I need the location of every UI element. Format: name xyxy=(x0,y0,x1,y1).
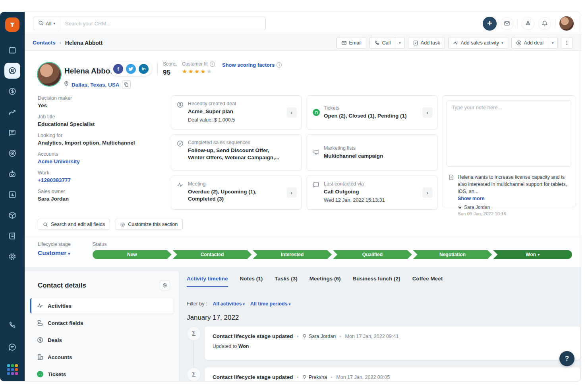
help-button[interactable]: ? xyxy=(559,351,574,366)
stage-won-dropdown[interactable]: Won▾ xyxy=(493,250,572,259)
details-menu-contact-fields[interactable]: Contact fields xyxy=(30,315,173,330)
sidebar-item-calendar[interactable] xyxy=(4,42,20,58)
panel-settings-gear-icon[interactable] xyxy=(160,280,170,290)
sidebar-item-analytics-trend[interactable] xyxy=(4,104,20,120)
info-icon[interactable]: i xyxy=(210,62,215,67)
search-scope-selector[interactable]: All ▾ xyxy=(33,17,60,30)
chevron-right-icon: › xyxy=(60,40,61,46)
tab-business-lunch[interactable]: Business lunch (2) xyxy=(353,276,400,287)
freshworks-logo-icon[interactable] xyxy=(5,17,19,32)
stage-new[interactable]: New xyxy=(93,250,172,259)
sidebar-item-contacts[interactable] xyxy=(4,63,20,79)
email-inbox-icon[interactable] xyxy=(501,17,513,30)
activity-pulse-icon xyxy=(37,303,43,309)
add-sales-activity-button[interactable]: Add sales activity ▾ xyxy=(448,37,508,49)
search-edit-fields-button[interactable]: Search and edit all fields xyxy=(38,219,110,230)
breadcrumb-contacts-link[interactable]: Contacts xyxy=(33,40,56,46)
recently-created-deal-card[interactable]: Recently created deal Acme_Super plan De… xyxy=(171,95,302,129)
customize-section-button[interactable]: Customize this section xyxy=(115,219,183,230)
chevron-right-icon[interactable]: › xyxy=(422,187,433,198)
contact-summary-section: Helena Abbott f in Score 95 ● Customer xyxy=(25,51,581,237)
copy-icon[interactable] xyxy=(122,80,131,89)
filter-activities-dropdown[interactable]: All activities▾ xyxy=(213,301,244,307)
tab-coffee-meet[interactable]: Coffee Meet xyxy=(412,276,443,287)
sidebar-item-target[interactable] xyxy=(4,145,20,161)
show-more-link[interactable]: Show more xyxy=(458,196,570,201)
quick-add-button[interactable]: + xyxy=(483,17,497,31)
call-dropdown-button[interactable]: ▾ xyxy=(395,37,405,49)
call-button[interactable]: Call xyxy=(369,37,396,49)
sidebar-item-products[interactable] xyxy=(4,207,20,223)
sidebar-item-phone[interactable] xyxy=(4,317,20,333)
chevron-right-icon[interactable]: › xyxy=(422,107,433,118)
location-pin-icon xyxy=(64,81,69,88)
stage-interested[interactable]: Interested xyxy=(253,250,332,259)
sidebar-item-settings[interactable] xyxy=(4,249,20,265)
status-stage-bar: New Contacted Interested Qualified Negot… xyxy=(93,250,572,259)
field-sales-owner: Sales owner Sara Jordan xyxy=(38,189,165,202)
bottom-section: Contact details Activities Contact field… xyxy=(25,267,581,381)
whats-new-rocket-icon[interactable] xyxy=(522,17,534,30)
facebook-icon[interactable]: f xyxy=(113,64,123,74)
linkedin-icon[interactable]: in xyxy=(139,64,149,74)
app-window: All ▾ + xyxy=(0,12,581,381)
completed-sequences-card[interactable]: Completed sales sequences Follow-up, Sen… xyxy=(171,134,302,171)
lifecycle-stage-dropdown[interactable]: Customer▾ xyxy=(38,249,70,257)
chevron-right-icon[interactable]: › xyxy=(286,187,297,198)
chevron-down-icon: ▾ xyxy=(68,251,70,256)
contact-location-link[interactable]: Dallas, Texas, USA xyxy=(72,82,120,88)
contact-avatar[interactable] xyxy=(38,63,61,86)
stage-negotiation[interactable]: Negotiation xyxy=(413,250,492,259)
details-menu-accounts[interactable]: Accounts xyxy=(30,350,173,365)
twitter-icon[interactable] xyxy=(126,64,136,74)
info-icon[interactable]: i xyxy=(277,62,282,68)
more-actions-button[interactable]: ⋮ xyxy=(561,37,573,49)
chevron-down-icon: ▾ xyxy=(538,253,540,257)
chevron-right-icon[interactable]: › xyxy=(286,107,297,118)
stage-value: Won xyxy=(238,344,249,349)
deal-dollar-icon xyxy=(37,337,43,343)
tickets-card[interactable]: Tickets Open (2), Closed (1), Pending (1… xyxy=(307,95,438,129)
stage-contacted[interactable]: Contacted xyxy=(173,250,252,259)
sidebar-item-reports[interactable] xyxy=(4,187,20,203)
email-button[interactable]: Email xyxy=(337,37,366,49)
search-input[interactable] xyxy=(60,21,265,27)
sidebar-item-bot[interactable] xyxy=(4,166,20,182)
chevron-down-icon: ▾ xyxy=(501,41,503,45)
show-scoring-factors-link[interactable]: Show scoring factors xyxy=(222,62,275,68)
global-search: All ▾ xyxy=(33,17,266,30)
last-contacted-card[interactable]: Last contacted via Call Outgoing Wed 12 … xyxy=(307,176,438,210)
ticket-icon xyxy=(313,109,320,116)
user-avatar[interactable] xyxy=(559,16,574,31)
contact-name: Helena Abbott xyxy=(64,67,115,75)
meeting-card[interactable]: Meeting Overdue (2), Upcoming (1), Compl… xyxy=(171,176,302,210)
megaphone-icon xyxy=(313,148,320,157)
tab-activity-timeline[interactable]: Activity timeline xyxy=(187,276,228,287)
timeline-entry[interactable]: Contact lifecycle stage updated ● Sara J… xyxy=(205,326,580,360)
deal-dollar-icon xyxy=(177,101,184,124)
add-deal-dropdown-button[interactable]: ▾ xyxy=(548,37,558,49)
notifications-bell-icon[interactable] xyxy=(538,17,551,30)
note-input[interactable] xyxy=(447,100,571,167)
timeline-entry[interactable]: Contact lifecycle stage updated ● Preksh… xyxy=(205,367,580,381)
sidebar-item-deals[interactable] xyxy=(4,83,20,99)
add-deal-button[interactable]: Add deal xyxy=(511,37,548,49)
tab-tasks[interactable]: Tasks (3) xyxy=(275,276,298,287)
apps-switcher-icon[interactable] xyxy=(4,361,20,377)
sidebar-item-chat-circle[interactable] xyxy=(4,339,20,355)
add-task-button[interactable]: Add task xyxy=(408,37,445,49)
breadcrumb-bar: Contacts › Helena Abbott Email Call ▾ xyxy=(25,35,581,51)
sidebar-item-conversations[interactable] xyxy=(4,125,20,141)
sidebar-item-documents[interactable] xyxy=(4,228,20,244)
work-phone-link[interactable]: +1280383777 xyxy=(38,177,165,183)
details-menu-tickets[interactable]: Tickets xyxy=(30,367,173,381)
account-link[interactable]: Acme University xyxy=(38,158,165,164)
stage-qualified[interactable]: Qualified xyxy=(333,250,412,259)
marketing-lists-card[interactable]: Marketing lists Multichannel campaign xyxy=(307,134,438,171)
details-menu-deals[interactable]: Deals xyxy=(30,332,173,348)
tab-notes[interactable]: Notes (1) xyxy=(240,276,263,287)
details-menu-activities[interactable]: Activities xyxy=(30,298,173,313)
tab-meetings[interactable]: Meetings (6) xyxy=(309,276,341,287)
note-text: Helena wants to increase license capacit… xyxy=(458,174,570,195)
filter-periods-dropdown[interactable]: All time periods▾ xyxy=(250,301,290,307)
